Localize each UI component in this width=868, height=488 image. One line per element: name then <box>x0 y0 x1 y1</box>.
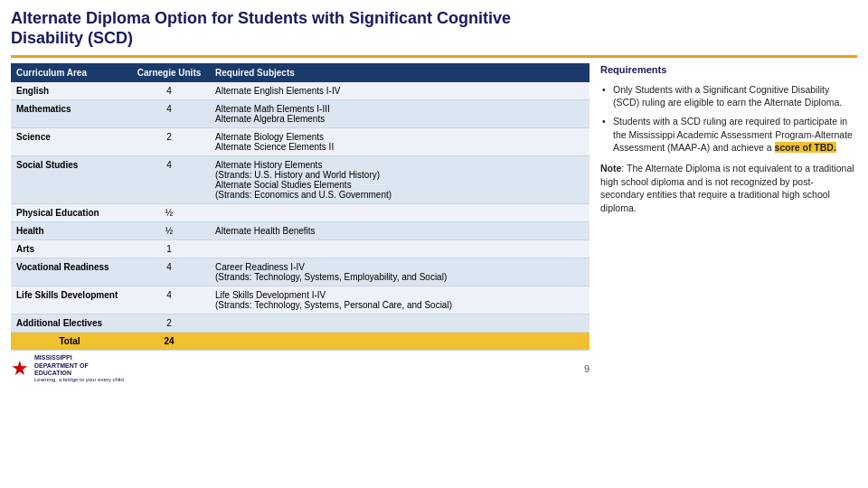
page: Alternate Diploma Option for Students wi… <box>0 0 868 488</box>
highlight-score: score of TBD. <box>775 142 836 153</box>
table-header-row: Curriculum Area Carnegie Units Required … <box>11 63 590 82</box>
note-label: Note <box>600 163 621 174</box>
table-row: Social Studies4Alternate History Element… <box>11 156 590 204</box>
cell-subjects: Life Skills Development I-IV(Strands: Te… <box>210 286 590 314</box>
table-row: Physical Education½ <box>11 204 590 222</box>
curriculum-table: Curriculum Area Carnegie Units Required … <box>11 63 590 351</box>
title-section: Alternate Diploma Option for Students wi… <box>11 9 857 48</box>
table-row: Health½Alternate Health Benefits <box>11 222 590 240</box>
cell-units: 4 <box>128 100 210 128</box>
divider <box>11 55 857 58</box>
cell-units: ½ <box>128 204 210 222</box>
note-text: : The Alternate Diploma is not equivalen… <box>600 163 854 213</box>
requirements-header: Requirements <box>600 63 857 77</box>
cell-units: ½ <box>128 222 210 240</box>
table-row: Life Skills Development4Life Skills Deve… <box>11 286 590 314</box>
table-row: Arts1 <box>11 240 590 258</box>
right-section: Requirements Only Students with a Signif… <box>600 63 857 483</box>
content-area: Curriculum Area Carnegie Units Required … <box>11 63 857 483</box>
cell-area: Mathematics <box>11 100 128 128</box>
col-header-area: Curriculum Area <box>11 63 128 82</box>
table-row: English4Alternate English Elements I-IV <box>11 82 590 100</box>
logo-text: MISSISSIPPI DEPARTMENT OF EDUCATION Lear… <box>34 354 124 383</box>
table-row: Mathematics4Alternate Math Elements I-II… <box>11 100 590 128</box>
requirement-item-1: Only Students with a Significant Cogniti… <box>600 83 857 109</box>
cell-units: 4 <box>128 258 210 286</box>
cell-units: 4 <box>128 156 210 204</box>
left-section: Curriculum Area Carnegie Units Required … <box>11 63 590 483</box>
logo-star-icon: ★ <box>11 357 29 380</box>
requirements-list: Only Students with a Significant Cogniti… <box>600 83 857 155</box>
col-header-units: Carnegie Units <box>128 63 210 82</box>
total-empty <box>210 333 590 351</box>
cell-units: 2 <box>128 128 210 156</box>
table-total-row: Total24 <box>11 333 590 351</box>
cell-area: Physical Education <box>11 204 128 222</box>
cell-subjects: Alternate English Elements I-IV <box>210 82 590 100</box>
requirement-item-2: Students with a SCD ruling are required … <box>600 115 857 155</box>
page-number: 9 <box>584 363 590 374</box>
cell-subjects <box>210 314 590 333</box>
cell-area: Additional Electives <box>11 314 128 333</box>
cell-subjects: Career Readiness I-IV(Strands: Technolog… <box>210 258 590 286</box>
cell-subjects: Alternate Math Elements I-IIIAlternate A… <box>210 100 590 128</box>
cell-subjects <box>210 204 590 222</box>
cell-units: 1 <box>128 240 210 258</box>
col-header-subjects: Required Subjects <box>210 63 590 82</box>
cell-area: Social Studies <box>11 156 128 204</box>
table-row: Science2Alternate Biology ElementsAltern… <box>11 128 590 156</box>
cell-area: Life Skills Development <box>11 286 128 314</box>
total-units: 24 <box>128 333 210 351</box>
cell-area: English <box>11 82 128 100</box>
cell-area: Vocational Readiness <box>11 258 128 286</box>
cell-subjects: Alternate Health Benefits <box>210 222 590 240</box>
page-title: Alternate Diploma Option for Students wi… <box>11 9 511 48</box>
cell-area: Health <box>11 222 128 240</box>
total-label: Total <box>11 333 128 351</box>
cell-units: 4 <box>128 286 210 314</box>
cell-area: Arts <box>11 240 128 258</box>
cell-units: 2 <box>128 314 210 333</box>
table-row: Additional Electives2 <box>11 314 590 333</box>
table-row: Vocational Readiness4Career Readiness I-… <box>11 258 590 286</box>
cell-area: Science <box>11 128 128 156</box>
logo-area: ★ MISSISSIPPI DEPARTMENT OF EDUCATION Le… <box>11 354 124 383</box>
cell-subjects: Alternate Biology ElementsAlternate Scie… <box>210 128 590 156</box>
note-paragraph: Note: The Alternate Diploma is not equiv… <box>600 162 857 215</box>
cell-subjects: Alternate History Elements(Strands: U.S.… <box>210 156 590 204</box>
cell-subjects <box>210 240 590 258</box>
cell-units: 4 <box>128 82 210 100</box>
footer: ★ MISSISSIPPI DEPARTMENT OF EDUCATION Le… <box>11 354 590 383</box>
